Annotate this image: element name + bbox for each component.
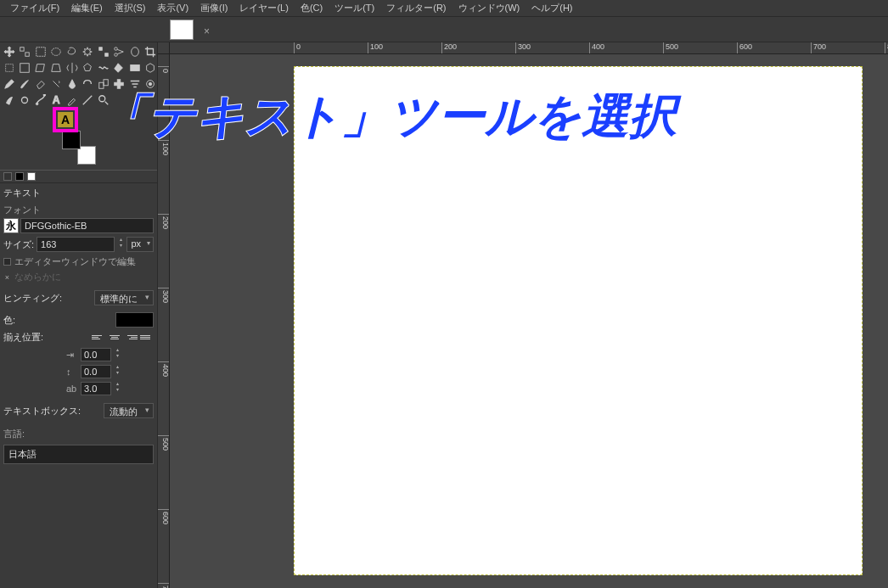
line-spacing-spinner[interactable]: ▴▾	[114, 364, 121, 379]
text-color-button[interactable]	[115, 312, 154, 328]
antialias-checkbox[interactable]: ×	[3, 273, 11, 281]
svg-rect-4	[98, 47, 102, 50]
brush-icon[interactable]	[18, 76, 32, 91]
gradient-icon[interactable]	[127, 60, 142, 75]
size-unit-select[interactable]: px	[126, 237, 154, 252]
align-tool-icon[interactable]	[18, 44, 32, 59]
lasso-icon[interactable]	[65, 44, 79, 59]
color-label: 色:	[3, 314, 15, 327]
letter-spacing-input[interactable]: 3.0	[81, 382, 111, 395]
letter-spacing-icon: ab	[66, 384, 78, 394]
fuzzy-select-icon[interactable]	[81, 44, 95, 59]
smudge-icon[interactable]	[2, 92, 16, 107]
foreground-select-icon[interactable]	[127, 44, 142, 59]
svg-rect-5	[104, 53, 108, 56]
tab-thumbnail[interactable]	[170, 20, 194, 40]
bucket-icon[interactable]	[112, 60, 126, 75]
color-swatches	[62, 131, 96, 165]
menu-view[interactable]: 表示(V)	[152, 0, 194, 16]
cage-icon[interactable]	[81, 60, 95, 75]
editor-window-checkbox[interactable]	[3, 258, 11, 266]
svg-rect-0	[20, 47, 24, 50]
align-justify-icon[interactable]	[140, 332, 154, 344]
menu-file[interactable]: ファイル(F)	[5, 0, 65, 16]
language-label: 言語:	[3, 425, 154, 442]
align-right-icon[interactable]	[124, 332, 138, 344]
align-left-icon[interactable]	[92, 332, 105, 344]
text-tool-icon[interactable]: A	[49, 92, 64, 107]
editor-window-label: エディターウィンドウで編集	[14, 255, 136, 268]
menu-window[interactable]: ウィンドウ(W)	[453, 0, 525, 16]
textbox-label: テキストボックス:	[3, 405, 81, 417]
menu-color[interactable]: 色(C)	[295, 0, 328, 16]
textbox-mode-select[interactable]: 流動的	[104, 403, 154, 418]
menu-tools[interactable]: ツール(T)	[329, 0, 379, 16]
scissors-icon[interactable]	[112, 44, 126, 59]
flip-icon[interactable]	[65, 60, 79, 75]
perspective-icon[interactable]	[49, 60, 64, 75]
move-tool-icon[interactable]	[2, 44, 16, 59]
indent-input[interactable]: 0.0	[81, 348, 111, 361]
svg-rect-9	[20, 63, 30, 72]
size-spinner[interactable]: ▴▾	[117, 237, 124, 252]
size-label: サイズ:	[3, 238, 34, 251]
align-center-icon[interactable]	[108, 332, 121, 344]
tool-options-title: テキスト	[3, 185, 154, 201]
color-picker-icon[interactable]	[65, 92, 79, 107]
svg-point-7	[115, 53, 118, 56]
antialias-label: なめらかに	[14, 271, 61, 283]
font-label: フォント	[3, 201, 154, 218]
svg-rect-10	[130, 64, 139, 70]
language-field[interactable]: 日本語	[3, 445, 154, 464]
color-select-icon[interactable]	[96, 44, 110, 59]
menu-image[interactable]: 画像(I)	[195, 0, 233, 16]
hinting-select[interactable]: 標準的に	[94, 290, 154, 305]
warp-icon[interactable]	[96, 60, 110, 75]
svg-rect-1	[25, 52, 29, 55]
dodge-icon[interactable]	[18, 92, 32, 107]
transform-3d-icon[interactable]	[143, 60, 158, 75]
ink-icon[interactable]	[65, 76, 79, 91]
rotate-icon[interactable]	[2, 60, 16, 75]
foreground-color[interactable]	[62, 131, 81, 149]
panel-tabs	[0, 170, 157, 183]
pencil-icon[interactable]	[2, 76, 16, 91]
panel-tab-icon[interactable]	[15, 172, 24, 181]
font-name-field[interactable]: DFGGothic-EB	[20, 218, 154, 233]
justify-label: 揃え位置:	[3, 331, 43, 344]
svg-text:A: A	[53, 94, 60, 106]
svg-point-17	[22, 97, 28, 103]
ellipse-select-icon[interactable]	[49, 44, 64, 59]
indent-spinner[interactable]: ▴▾	[114, 347, 121, 362]
line-spacing-icon: ↕	[66, 367, 78, 377]
menu-edit[interactable]: 編集(E)	[66, 0, 108, 16]
airbrush-icon[interactable]	[49, 76, 64, 91]
shear-icon[interactable]	[33, 60, 48, 75]
panel-tab-icon[interactable]	[27, 172, 36, 181]
ruler-horizontal[interactable]: 0100200300400500600700800900	[170, 42, 888, 54]
svg-rect-2	[36, 47, 45, 56]
menu-help[interactable]: ヘルプ(H)	[526, 0, 577, 16]
tool-options-panel: テキスト フォント 永 DFGGothic-EB サイズ: 163 ▴▾ px …	[0, 183, 157, 588]
rect-select-icon[interactable]	[33, 44, 48, 59]
menu-layer[interactable]: レイヤー(L)	[234, 0, 293, 16]
svg-point-6	[115, 47, 118, 50]
panel-tab-icon[interactable]	[3, 172, 12, 181]
size-input[interactable]: 163	[37, 237, 115, 252]
svg-point-3	[52, 48, 61, 55]
menu-select[interactable]: 選択(S)	[110, 0, 151, 16]
letter-spacing-spinner[interactable]: ▴▾	[114, 381, 121, 396]
tab-close-icon[interactable]: ×	[204, 25, 212, 34]
eraser-icon[interactable]	[33, 76, 48, 91]
menu-filter[interactable]: フィルター(R)	[381, 0, 451, 16]
crop-icon[interactable]	[143, 44, 158, 59]
text-tool-letter-icon: A	[58, 112, 73, 127]
font-preview-icon[interactable]: 永	[3, 218, 19, 233]
scale-icon[interactable]	[18, 60, 32, 75]
measure-icon[interactable]	[81, 92, 95, 107]
svg-rect-8	[5, 64, 13, 71]
annotation-highlight-box: A	[53, 107, 78, 132]
path-icon[interactable]	[33, 92, 48, 107]
mypaint-icon[interactable]	[81, 76, 95, 91]
line-spacing-input[interactable]: 0.0	[81, 365, 111, 378]
